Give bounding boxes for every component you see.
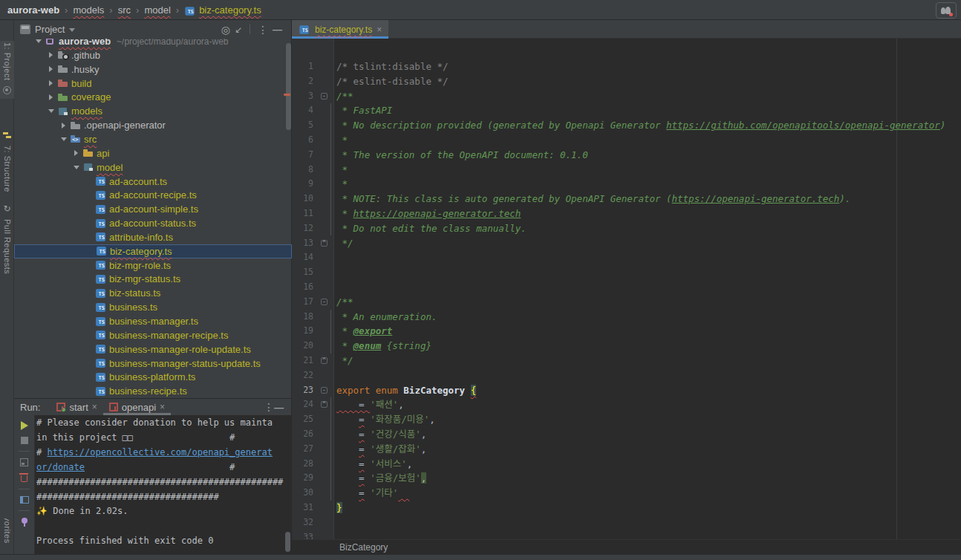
code-line-27: = '생활/잡화', bbox=[336, 442, 426, 457]
breadcrumb-biz-category[interactable]: BizCategory bbox=[339, 542, 388, 553]
fold-marker-end[interactable]: ^ bbox=[321, 240, 328, 247]
fold-marker-collapse[interactable]: - bbox=[321, 299, 328, 305]
run-tab-openapi[interactable]: openapi × bbox=[103, 399, 171, 415]
more-options-button[interactable]: ⋮ bbox=[264, 402, 274, 412]
tree-item-coverage[interactable]: coverage bbox=[14, 90, 292, 104]
console-link[interactable]: https://opencollective.com/openapi_gener… bbox=[47, 447, 272, 458]
tree-item-business-platform-ts[interactable]: business-platform.ts bbox=[14, 370, 292, 384]
tree-item-biz-mgr-status-ts[interactable]: biz-mgr-status.ts bbox=[14, 272, 292, 286]
tree-item-src[interactable]: <>src bbox=[14, 132, 292, 146]
tree-item-business-recipe-ts[interactable]: business-recipe.ts bbox=[14, 384, 292, 398]
code-token: '패션' bbox=[370, 399, 398, 410]
chevron-slot bbox=[45, 80, 57, 86]
layout-settings-button[interactable] bbox=[20, 496, 29, 504]
tree-item-business-manager-ts[interactable]: business-manager.ts bbox=[14, 314, 292, 328]
chevron-down-icon[interactable] bbox=[48, 109, 54, 113]
breadcrumb-item-models[interactable]: models bbox=[73, 4, 104, 16]
tree-item-model[interactable]: model bbox=[14, 160, 292, 175]
tree-item-business-manager-role-update-ts[interactable]: business-manager-role-update.ts bbox=[14, 342, 292, 356]
chevron-right-icon[interactable] bbox=[49, 80, 53, 86]
sidebar-item-project[interactable]: 1: Project bbox=[0, 41, 14, 99]
tree-item--openapi-generator[interactable]: .openapi-generator bbox=[14, 118, 292, 132]
tree-item-business-manager-recipe-ts[interactable]: business-manager-recipe.ts bbox=[14, 328, 292, 342]
chevron-down-icon[interactable] bbox=[36, 39, 42, 43]
line-number: 17 bbox=[292, 295, 313, 310]
folder-api-icon bbox=[82, 147, 94, 159]
chevron-right-icon[interactable] bbox=[62, 123, 65, 128]
tree-item-business-ts[interactable]: business.ts bbox=[14, 300, 292, 314]
fold-marker-end[interactable]: ^ bbox=[321, 357, 328, 364]
typescript-file-icon bbox=[299, 24, 310, 35]
tree-item-build[interactable]: build bbox=[14, 76, 292, 91]
close-icon[interactable]: × bbox=[160, 402, 165, 412]
tree-scrollbar[interactable] bbox=[286, 43, 291, 130]
collapse-all-button[interactable]: ↙ bbox=[235, 25, 242, 35]
tree-item-ad-account-status-ts[interactable]: ad-account-status.ts bbox=[14, 216, 292, 230]
chevron-down-icon[interactable] bbox=[61, 137, 67, 141]
code-token: ) bbox=[940, 120, 946, 131]
breadcrumb-item-model[interactable]: model bbox=[144, 4, 170, 16]
chevron-right-icon[interactable] bbox=[49, 66, 53, 72]
restore-layout-button[interactable] bbox=[20, 458, 28, 466]
tree-item-ad-account-recipe-ts[interactable]: ad-account-recipe.ts bbox=[14, 188, 292, 202]
close-icon[interactable]: × bbox=[92, 402, 97, 412]
collaboration-button[interactable] bbox=[936, 2, 957, 19]
tree-item-biz-status-ts[interactable]: biz-status.ts bbox=[14, 286, 292, 300]
run-tab-start[interactable]: start × bbox=[51, 399, 102, 415]
run-console-output[interactable]: # Please consider donation to help us ma… bbox=[34, 415, 292, 555]
tree-item--husky[interactable]: .husky bbox=[14, 62, 292, 76]
tree-item-label: coverage bbox=[71, 91, 111, 102]
chevron-down-icon[interactable] bbox=[74, 166, 79, 169]
editor-tab-biz-category[interactable]: biz-category.ts × bbox=[292, 20, 388, 39]
stop-button[interactable] bbox=[21, 437, 28, 444]
code-line-4: * FastAPI bbox=[336, 103, 392, 118]
tree-item--github[interactable]: .github bbox=[14, 48, 292, 62]
console-link[interactable]: or/donate bbox=[36, 462, 85, 472]
pin-tab-button[interactable] bbox=[22, 518, 27, 524]
fold-marker-end[interactable]: ^ bbox=[321, 401, 328, 408]
tree-item-label: business-platform.ts bbox=[109, 371, 195, 382]
breadcrumb-item-src[interactable]: src bbox=[118, 4, 131, 16]
code-line-13: */ bbox=[336, 236, 354, 251]
chevron-right-icon[interactable] bbox=[49, 52, 53, 58]
tree-item-biz-category-ts[interactable]: biz-category.ts bbox=[14, 244, 292, 258]
sidebar-item-pull-requests[interactable]: ↻ Pull Requests bbox=[0, 204, 14, 274]
users-icon bbox=[941, 7, 951, 15]
tree-item-business-manager-status-update-ts[interactable]: business-manager-status-update.ts bbox=[14, 356, 292, 371]
chevron-right-icon[interactable] bbox=[74, 150, 78, 156]
hide-panel-button[interactable]: — bbox=[274, 402, 284, 413]
tree-item-attribute-info-ts[interactable]: attribute-info.ts bbox=[14, 230, 292, 244]
tree-item-biz-mgr-role-ts[interactable]: biz-mgr-role.ts bbox=[14, 258, 292, 273]
tree-item-api[interactable]: api bbox=[14, 146, 292, 160]
code-token: , bbox=[407, 458, 413, 469]
console-line: Process finished with exit code 0 bbox=[36, 535, 213, 546]
code-token: , bbox=[429, 414, 435, 425]
breadcrumb-item-aurora-web[interactable]: aurora-web bbox=[7, 4, 59, 16]
rerun-button[interactable] bbox=[21, 421, 28, 430]
locate-file-button[interactable]: ◎ bbox=[221, 25, 230, 35]
chevron-down-icon[interactable] bbox=[69, 28, 75, 32]
typescript-file-icon bbox=[95, 231, 107, 243]
tree-item-label: business-manager-status-update.ts bbox=[109, 358, 261, 369]
clear-all-button[interactable] bbox=[21, 475, 27, 482]
line-number: 4 bbox=[292, 103, 313, 118]
editor-body[interactable]: /* tslint:disable *//* eslint-disable */… bbox=[292, 39, 961, 539]
breadcrumb: aurora-web›models›src›model›biz-category… bbox=[0, 0, 961, 20]
more-options-button[interactable]: ⋮ bbox=[258, 25, 268, 35]
line-number: 1 bbox=[292, 59, 313, 74]
hide-panel-button[interactable]: — bbox=[273, 24, 282, 35]
tree-item-models[interactable]: models bbox=[14, 104, 292, 118]
close-icon[interactable]: × bbox=[377, 25, 382, 35]
tree-item-label: ad-account.ts bbox=[109, 176, 167, 187]
line-number: 20 bbox=[292, 339, 313, 354]
breadcrumb-item-biz-category-ts[interactable]: biz-category.ts bbox=[199, 4, 261, 16]
chevron-right-icon[interactable] bbox=[49, 94, 53, 100]
fold-marker-collapse[interactable]: - bbox=[321, 387, 328, 394]
code-token: enum bbox=[376, 385, 398, 396]
tree-item-aurora-web[interactable]: aurora-web~/project/madup/aurora-web bbox=[14, 39, 292, 48]
tree-item-ad-account-ts[interactable]: ad-account.ts bbox=[14, 175, 292, 189]
console-scrollbar[interactable] bbox=[285, 532, 290, 552]
tree-item-ad-account-simple-ts[interactable]: ad-account-simple.ts bbox=[14, 202, 292, 216]
sidebar-item-structure[interactable]: 7: Structure bbox=[0, 131, 14, 192]
fold-marker-collapse[interactable]: - bbox=[321, 93, 328, 100]
